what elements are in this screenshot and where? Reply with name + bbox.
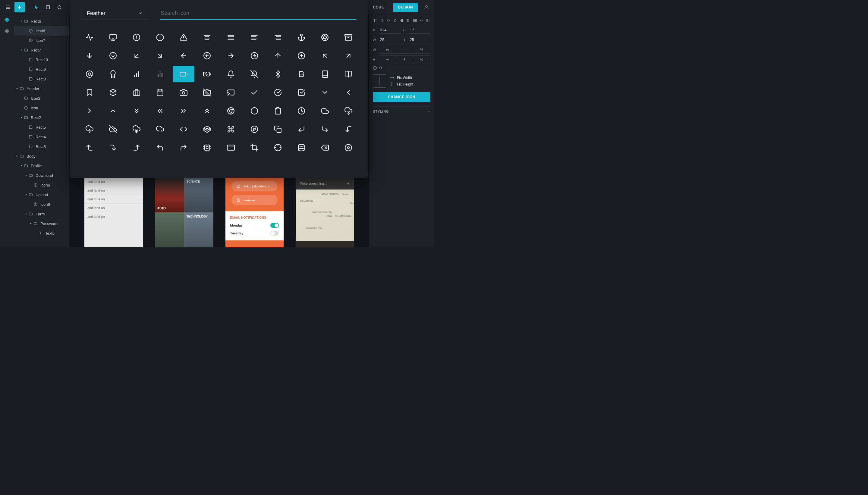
align-right-icon[interactable]: [386, 17, 391, 23]
circle-icon[interactable]: [243, 102, 265, 119]
copy-icon[interactable]: [267, 121, 289, 137]
h-input[interactable]: [409, 36, 431, 44]
align-right-icon[interactable]: [267, 29, 289, 46]
align-left-icon[interactable]: [243, 29, 265, 46]
layer-password[interactable]: Password: [14, 219, 69, 228]
cpu-icon[interactable]: [196, 139, 218, 156]
arrow-down-icon[interactable]: [79, 47, 100, 64]
chrome-icon[interactable]: [220, 102, 242, 119]
arrow-left-icon[interactable]: [173, 47, 194, 64]
fix-width-row[interactable]: Fix Width: [390, 75, 413, 80]
arrow-down-left-icon[interactable]: [126, 47, 147, 64]
icon-search-input[interactable]: [160, 7, 356, 20]
alert-circle-icon[interactable]: [126, 29, 147, 46]
layer-icon6[interactable]: Icon6: [14, 180, 69, 190]
layer-rect5[interactable]: Rect5: [14, 122, 69, 132]
arrow-up-circle-icon[interactable]: [291, 47, 312, 64]
clock-icon[interactable]: [291, 102, 312, 119]
box-icon[interactable]: [102, 84, 124, 101]
arrow-down-circle-icon[interactable]: [102, 47, 124, 64]
cloud-rain-icon[interactable]: [126, 121, 147, 137]
align-center-icon[interactable]: [196, 29, 218, 46]
mode-design[interactable]: DESIGN: [393, 3, 418, 12]
corner-right-up-icon[interactable]: [126, 139, 147, 156]
check-circle-icon[interactable]: [267, 84, 289, 101]
cloud-off-icon[interactable]: [102, 121, 124, 137]
briefcase-icon[interactable]: [126, 84, 147, 101]
layer-icon[interactable]: Icon: [14, 103, 69, 113]
chevrons-down-icon[interactable]: [126, 102, 147, 119]
cloud-snow-icon[interactable]: [149, 121, 171, 137]
components-tab-icon[interactable]: [4, 28, 10, 34]
rectangle-tool[interactable]: [43, 2, 53, 12]
battery-charging-icon[interactable]: [196, 66, 218, 82]
chevron-left-icon[interactable]: [338, 84, 359, 101]
battery-icon[interactable]: [173, 66, 194, 82]
cast-icon[interactable]: [220, 84, 242, 101]
align-vcenter-icon[interactable]: [399, 17, 405, 23]
layer-text6[interactable]: Text6: [14, 228, 69, 238]
x-input[interactable]: [379, 27, 401, 34]
alert-triangle-icon[interactable]: [173, 29, 194, 46]
bluetooth-icon[interactable]: [267, 66, 289, 82]
alert-octagon-icon[interactable]: [149, 29, 171, 46]
constraints-diagram[interactable]: [373, 74, 386, 88]
chevron-down-icon[interactable]: [314, 84, 336, 101]
w-mode-percent[interactable]: %: [413, 46, 430, 53]
align-bottom-icon[interactable]: [405, 17, 411, 23]
check-icon[interactable]: [243, 84, 265, 101]
w-input[interactable]: [379, 36, 401, 44]
airplay-icon[interactable]: [102, 29, 124, 46]
corner-left-up-icon[interactable]: [79, 139, 100, 156]
corner-left-down-icon[interactable]: [338, 121, 359, 137]
arrow-up-icon[interactable]: [267, 47, 289, 64]
corner-up-left-icon[interactable]: [149, 139, 171, 156]
distribute-space-icon[interactable]: [425, 17, 430, 23]
chevrons-up-icon[interactable]: [196, 102, 218, 119]
w-mode-fixed[interactable]: ↔: [396, 46, 413, 53]
layer-rect8[interactable]: Rect8: [14, 74, 69, 84]
layer-rect10[interactable]: Rect10: [14, 55, 69, 65]
layer-rect7[interactable]: Rect7: [14, 45, 69, 55]
layer-profile[interactable]: Profile: [14, 161, 69, 171]
layer-download[interactable]: Download: [14, 171, 69, 180]
corner-up-right-icon[interactable]: [173, 139, 194, 156]
distribute-h-icon[interactable]: [412, 17, 418, 23]
layers-tab-icon[interactable]: [4, 17, 10, 23]
chevron-right-icon[interactable]: [79, 102, 100, 119]
command-icon[interactable]: [220, 121, 242, 137]
at-sign-icon[interactable]: [79, 66, 100, 82]
layer-rect3[interactable]: Rect3: [14, 142, 69, 151]
change-icon-button[interactable]: CHANGE ICON: [373, 92, 430, 102]
cloud-drizzle-icon[interactable]: [338, 102, 359, 119]
bold-icon[interactable]: [291, 66, 312, 82]
layer-rect9[interactable]: Rect9: [14, 65, 69, 74]
bell-off-icon[interactable]: [243, 66, 265, 82]
h-mode-auto[interactable]: ∞: [379, 56, 396, 63]
anchor-icon[interactable]: [291, 29, 312, 46]
calendar-icon[interactable]: [149, 84, 171, 101]
arrow-left-circle-icon[interactable]: [196, 47, 218, 64]
bar-chart-2-icon[interactable]: [149, 66, 171, 82]
align-top-icon[interactable]: [392, 17, 398, 23]
mode-code[interactable]: CODE: [368, 3, 389, 12]
layer-body[interactable]: Body: [14, 151, 69, 161]
aperture-icon[interactable]: [314, 29, 336, 46]
bookmark-icon[interactable]: [79, 84, 100, 101]
book-icon[interactable]: [314, 66, 336, 82]
fix-height-row[interactable]: Fix Height: [390, 82, 413, 86]
compass-icon[interactable]: [243, 121, 265, 137]
arrow-up-left-icon[interactable]: [314, 47, 336, 64]
corner-down-left-icon[interactable]: [291, 121, 312, 137]
chevrons-left-icon[interactable]: [149, 102, 171, 119]
layer-icon2[interactable]: Icon2: [14, 93, 69, 103]
arrow-down-right-icon[interactable]: [149, 47, 171, 64]
h-mode-percent[interactable]: %: [413, 56, 430, 63]
layer-upload[interactable]: Upload: [14, 190, 69, 200]
corner-down-right-icon[interactable]: [314, 121, 336, 137]
layer-form[interactable]: Form: [14, 209, 69, 219]
layer-rect2[interactable]: Rect2: [14, 113, 69, 122]
chevron-up-icon[interactable]: [102, 102, 124, 119]
credit-card-icon[interactable]: [220, 139, 242, 156]
layer-header[interactable]: Header: [14, 84, 69, 93]
